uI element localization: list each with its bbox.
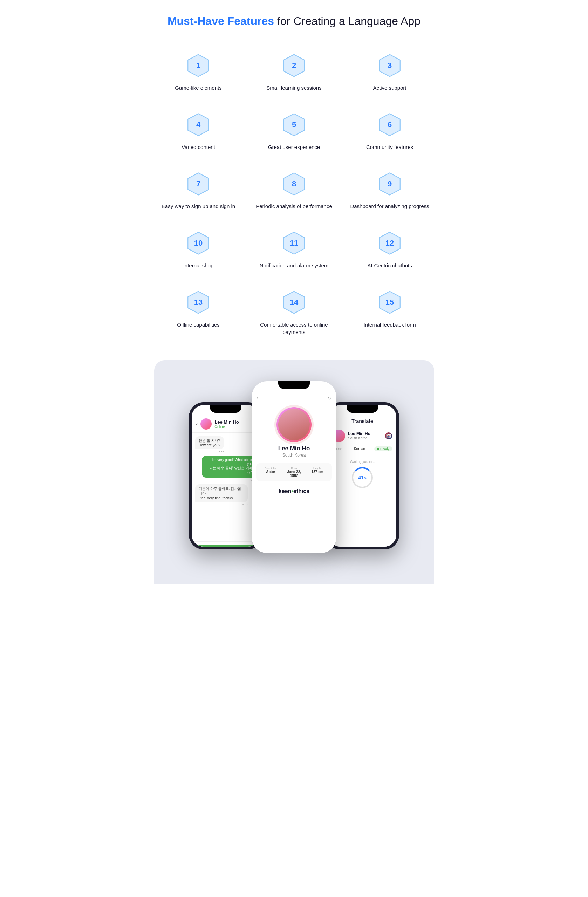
feature-item-3: 3 Active support (346, 46, 434, 102)
hexagon-number: 12 (386, 239, 394, 248)
message-received-2: 기분이 아주 좋아요. 감사합니다. I feel very fine, tha… (195, 484, 248, 506)
hexagon-4: 4 (186, 112, 211, 137)
profile-back-icon[interactable]: ‹ (257, 395, 259, 401)
feature-item-5: 5 Great user experience (250, 106, 338, 161)
feature-label: Varied content (182, 143, 215, 151)
brand-name: keen•ethics (279, 488, 309, 494)
profile-screen: ‹ ⌕ Lee Min Ho South Korea Speciality Ac… (252, 392, 336, 553)
hexagon-wrapper: 14 (282, 290, 306, 315)
feature-item-8: 8 Periodic analysis of performance (250, 165, 338, 220)
feature-label: Great user experience (268, 143, 320, 151)
translate-screen: ‹ Translate Lee Min Ho South Korea 🇰🇷 (328, 416, 396, 546)
feature-label: Periodic analysis of performance (256, 202, 332, 210)
hexagon-number: 9 (387, 179, 392, 188)
waiting-section: Waiting you in... 41s (328, 453, 396, 495)
message-bubble: 안녕 잘 지내? How are you? (195, 436, 224, 449)
message-bubble: 기분이 아주 좋아요. 감사합니다. I feel very fine, tha… (195, 484, 248, 502)
stat-1: Speciality Actor (260, 467, 282, 478)
feature-label: Easy way to sign up and sign in (162, 202, 235, 210)
phones-container: ‹ Lee Min Ho Online 안녕 잘 지내 (172, 381, 416, 553)
feature-label: Dashboard for analyzing progress (350, 202, 429, 210)
title-rest: for Creating a Language App (274, 15, 421, 28)
feature-label: Comfortable access to online payments (253, 321, 335, 336)
phone-left: ‹ Lee Min Ho Online 안녕 잘 지내 (189, 402, 262, 550)
hexagon-number: 6 (387, 120, 392, 129)
timer-circle: 41s (352, 467, 373, 488)
feature-item-4: 4 Varied content (154, 106, 243, 161)
hexagon-1: 1 (186, 53, 211, 78)
hexagon-wrapper: 10 (186, 231, 211, 256)
page-title: Must-Have Features for Creating a Langua… (154, 14, 434, 29)
feature-item-9: 9 Dashboard for analyzing progress (346, 165, 434, 220)
profile-nav: ‹ ⌕ (252, 392, 336, 404)
hexagon-5: 5 (282, 112, 306, 137)
hexagon-11: 11 (282, 231, 306, 256)
hexagon-wrapper: 2 (282, 53, 306, 78)
hexagon-number: 5 (292, 120, 296, 129)
hexagon-13: 13 (186, 290, 211, 315)
hexagon-2: 2 (282, 53, 306, 78)
message-bubble-sent: I'm very good! What about you 나는 매우 좋다! … (202, 456, 256, 478)
title-highlight: Must-Have Features (167, 15, 274, 28)
hexagon-wrapper: 8 (282, 172, 306, 196)
hexagon-number: 13 (194, 298, 202, 307)
chat-user-name: Lee Min Ho (214, 419, 239, 425)
hexagon-wrapper: 7 (186, 172, 211, 196)
hexagon-number: 7 (196, 179, 201, 188)
feature-label: Small learning sessions (266, 84, 322, 92)
translate-user-row: Lee Min Ho South Korea 🇰🇷 (328, 427, 396, 445)
feature-label: Active support (373, 84, 406, 92)
chat-header: ‹ Lee Min Ho Online (192, 416, 260, 433)
profile-stats: Speciality Actor Born June 22, 1987 Heig… (256, 463, 332, 481)
hexagon-15: 15 (377, 290, 402, 315)
feature-label: Offline capabilities (177, 321, 219, 328)
stat-2: Born June 22, 1987 (283, 467, 305, 478)
feature-item-12: 12 AI-Centric chatbots (346, 224, 434, 280)
hexagon-wrapper: 12 (377, 231, 402, 256)
hexagon-number: 11 (290, 239, 298, 248)
phone-center: ‹ ⌕ Lee Min Ho South Korea Speciality Ac… (252, 381, 336, 553)
feature-label: Community features (366, 143, 413, 151)
hexagon-10: 10 (186, 231, 211, 256)
back-arrow-icon[interactable]: ‹ (196, 421, 198, 427)
profile-avatar (277, 407, 311, 442)
hexagon-number: 15 (386, 298, 394, 307)
hexagon-number: 3 (387, 61, 392, 70)
message-received-1: 안녕 잘 지내? How are you? 8:34 (195, 436, 224, 453)
chat-input-bar[interactable]: Do you know (192, 541, 260, 546)
hexagon-number: 14 (290, 298, 298, 307)
hexagon-number: 1 (196, 61, 201, 70)
hexagon-12: 12 (377, 231, 402, 256)
hexagon-8: 8 (282, 172, 306, 196)
hexagon-wrapper: 6 (377, 112, 402, 137)
hexagon-3: 3 (377, 53, 402, 78)
features-grid: 1 Game-like elements 2 Small learning se… (154, 46, 434, 346)
chat-input[interactable]: Do you know (195, 545, 256, 546)
phone-right: ‹ Translate Lee Min Ho South Korea 🇰🇷 (326, 402, 399, 550)
feature-item-7: 7 Easy way to sign up and sign in (154, 165, 243, 220)
hexagon-wrapper: 3 (377, 53, 402, 78)
translate-user-country: South Korea (348, 436, 371, 440)
stat-3: Height 187 cm (306, 467, 328, 478)
feature-label: Internal feedback form (363, 321, 416, 328)
speak-row: Speak: Korean Ready (328, 445, 396, 453)
feature-item-6: 6 Community features (346, 106, 434, 161)
feature-item-2: 2 Small learning sessions (250, 46, 338, 102)
feature-label: Internal shop (183, 262, 214, 269)
profile-search-icon[interactable]: ⌕ (328, 395, 331, 401)
hexagon-wrapper: 9 (377, 172, 402, 196)
feature-label: Notification and alarm system (260, 262, 329, 269)
hexagon-7: 7 (186, 172, 211, 196)
feature-item-14: 14 Comfortable access to online payments (250, 283, 338, 346)
feature-item-15: 15 Internal feedback form (346, 283, 434, 346)
profile-country: South Korea (282, 453, 306, 458)
hexagon-number: 2 (292, 61, 296, 70)
hexagon-wrapper: 13 (186, 290, 211, 315)
hexagon-wrapper: 15 (377, 290, 402, 315)
main-container: Must-Have Features for Creating a Langua… (147, 0, 441, 591)
hexagon-number: 8 (292, 179, 296, 188)
hexagon-wrapper: 11 (282, 231, 306, 256)
chat-screen: ‹ Lee Min Ho Online 안녕 잘 지내 (192, 416, 260, 546)
hexagon-14: 14 (282, 290, 306, 315)
feature-item-1: 1 Game-like elements (154, 46, 243, 102)
